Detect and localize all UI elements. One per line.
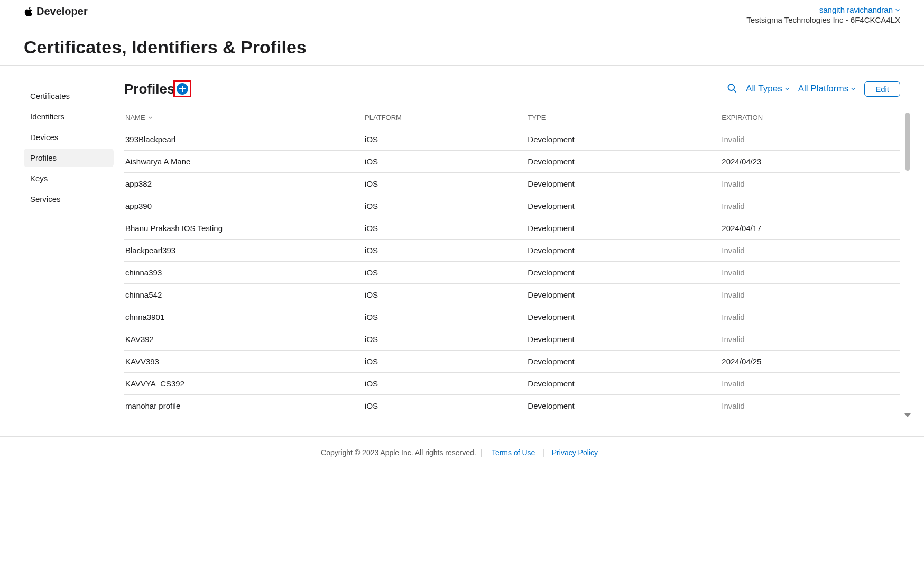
cell-platform: iOS bbox=[365, 395, 528, 417]
cell-name: chinna542 bbox=[124, 284, 365, 306]
cell-platform: iOS bbox=[365, 373, 528, 395]
cell-type: Development bbox=[528, 328, 722, 351]
section-title: Profiles bbox=[124, 81, 174, 97]
cell-type: Development bbox=[528, 128, 722, 151]
content: CertificatesIdentifiersDevicesProfilesKe… bbox=[0, 66, 924, 417]
chevron-down-icon bbox=[851, 86, 856, 91]
cell-expiration: 2024/04/17 bbox=[722, 217, 900, 240]
brand[interactable]: Developer bbox=[24, 5, 88, 17]
svg-line-3 bbox=[734, 89, 736, 92]
page-title: Certificates, Identifiers & Profiles bbox=[24, 37, 900, 58]
chevron-down-icon bbox=[148, 115, 153, 120]
cell-name: KAVV393 bbox=[124, 351, 365, 373]
cell-name: 393Blackpearl bbox=[124, 128, 365, 151]
team-info: Testsigma Technologies Inc - 6F4CKCA4LX bbox=[746, 15, 900, 24]
cell-expiration: Invalid bbox=[722, 284, 900, 306]
cell-name: app390 bbox=[124, 195, 365, 217]
footer-terms-link[interactable]: Terms of Use bbox=[492, 448, 535, 457]
filter-platforms-label: All Platforms bbox=[798, 84, 848, 94]
cell-type: Development bbox=[528, 284, 722, 306]
table-row[interactable]: KAVV393iOSDevelopment2024/04/25 bbox=[124, 351, 900, 373]
table-row[interactable]: 393BlackpearliOSDevelopmentInvalid bbox=[124, 128, 900, 151]
search-button[interactable] bbox=[727, 83, 737, 95]
sidebar-item-profiles[interactable]: Profiles bbox=[24, 149, 114, 167]
cell-type: Development bbox=[528, 217, 722, 240]
cell-name: KAVVYA_CS392 bbox=[124, 373, 365, 395]
section-title-wrap: Profiles bbox=[124, 80, 191, 97]
user-menu[interactable]: sangith ravichandran bbox=[819, 5, 900, 14]
section-header: Profiles All Types All Platforms bbox=[124, 80, 900, 97]
footer-copyright: Copyright © 2023 Apple Inc. All rights r… bbox=[321, 448, 476, 457]
cell-platform: iOS bbox=[365, 195, 528, 217]
cell-platform: iOS bbox=[365, 173, 528, 195]
sidebar-item-certificates[interactable]: Certificates bbox=[24, 87, 114, 105]
cell-expiration: Invalid bbox=[722, 173, 900, 195]
cell-name: Aishwarya A Mane bbox=[124, 151, 365, 173]
top-bar: Developer sangith ravichandran Testsigma… bbox=[0, 0, 924, 26]
cell-expiration: Invalid bbox=[722, 128, 900, 151]
cell-type: Development bbox=[528, 351, 722, 373]
cell-expiration: Invalid bbox=[722, 262, 900, 284]
cell-type: Development bbox=[528, 395, 722, 417]
search-icon bbox=[727, 83, 737, 94]
chevron-down-icon bbox=[784, 86, 790, 91]
brand-text: Developer bbox=[36, 5, 88, 17]
main: Profiles All Types All Platforms bbox=[124, 66, 900, 417]
filter-types-label: All Types bbox=[746, 84, 782, 94]
table-row[interactable]: Bhanu Prakash IOS TestingiOSDevelopment2… bbox=[124, 217, 900, 240]
filter-platforms[interactable]: All Platforms bbox=[798, 84, 856, 94]
table-row[interactable]: app382iOSDevelopmentInvalid bbox=[124, 173, 900, 195]
table-row[interactable]: KAVVYA_CS392iOSDevelopmentInvalid bbox=[124, 373, 900, 395]
col-header-platform[interactable]: PLATFORM bbox=[365, 107, 528, 128]
col-header-name[interactable]: NAME bbox=[124, 107, 365, 128]
table-row[interactable]: chinna393iOSDevelopmentInvalid bbox=[124, 262, 900, 284]
cell-type: Development bbox=[528, 151, 722, 173]
table-row[interactable]: Blackpearl393iOSDevelopmentInvalid bbox=[124, 240, 900, 262]
sidebar-item-identifiers[interactable]: Identifiers bbox=[24, 107, 114, 126]
cell-expiration: 2024/04/25 bbox=[722, 351, 900, 373]
cell-type: Development bbox=[528, 306, 722, 328]
cell-expiration: Invalid bbox=[722, 195, 900, 217]
cell-expiration: Invalid bbox=[722, 240, 900, 262]
svg-rect-1 bbox=[179, 88, 186, 89]
page-header: Certificates, Identifiers & Profiles bbox=[0, 26, 924, 66]
scrollbar-thumb[interactable] bbox=[905, 113, 910, 171]
sidebar-item-devices[interactable]: Devices bbox=[24, 128, 114, 146]
filter-types[interactable]: All Types bbox=[746, 84, 790, 94]
col-header-type[interactable]: TYPE bbox=[528, 107, 722, 128]
col-header-expiration[interactable]: EXPIRATION bbox=[722, 107, 900, 128]
apple-logo-icon bbox=[24, 6, 33, 17]
cell-expiration: Invalid bbox=[722, 395, 900, 417]
top-right: sangith ravichandran Testsigma Technolog… bbox=[746, 5, 900, 24]
table-row[interactable]: manohar profileiOSDevelopmentInvalid bbox=[124, 395, 900, 417]
footer-privacy-link[interactable]: Privacy Policy bbox=[552, 448, 598, 457]
cell-name: Blackpearl393 bbox=[124, 240, 365, 262]
cell-platform: iOS bbox=[365, 328, 528, 351]
cell-expiration: Invalid bbox=[722, 373, 900, 395]
cell-platform: iOS bbox=[365, 351, 528, 373]
sidebar-item-keys[interactable]: Keys bbox=[24, 169, 114, 188]
cell-name: app382 bbox=[124, 173, 365, 195]
cell-type: Development bbox=[528, 240, 722, 262]
table-row[interactable]: KAV392iOSDevelopmentInvalid bbox=[124, 328, 900, 351]
cell-platform: iOS bbox=[365, 151, 528, 173]
add-button-highlight bbox=[173, 80, 191, 97]
edit-button[interactable]: Edit bbox=[864, 81, 900, 97]
chevron-down-icon bbox=[895, 7, 900, 13]
cell-platform: iOS bbox=[365, 128, 528, 151]
table-row[interactable]: app390iOSDevelopmentInvalid bbox=[124, 195, 900, 217]
table-row[interactable]: Aishwarya A ManeiOSDevelopment2024/04/23 bbox=[124, 151, 900, 173]
cell-expiration: Invalid bbox=[722, 328, 900, 351]
table-row[interactable]: chinna542iOSDevelopmentInvalid bbox=[124, 284, 900, 306]
cell-type: Development bbox=[528, 195, 722, 217]
cell-name: manohar profile bbox=[124, 395, 365, 417]
footer: Copyright © 2023 Apple Inc. All rights r… bbox=[0, 436, 924, 468]
cell-platform: iOS bbox=[365, 240, 528, 262]
section-controls: All Types All Platforms Edit bbox=[727, 81, 900, 97]
table-row[interactable]: chnna3901iOSDevelopmentInvalid bbox=[124, 306, 900, 328]
sidebar-item-services[interactable]: Services bbox=[24, 190, 114, 208]
cell-platform: iOS bbox=[365, 306, 528, 328]
scrollbar[interactable] bbox=[903, 107, 911, 417]
scroll-down-icon[interactable] bbox=[904, 413, 911, 417]
add-profile-button[interactable] bbox=[177, 83, 188, 95]
